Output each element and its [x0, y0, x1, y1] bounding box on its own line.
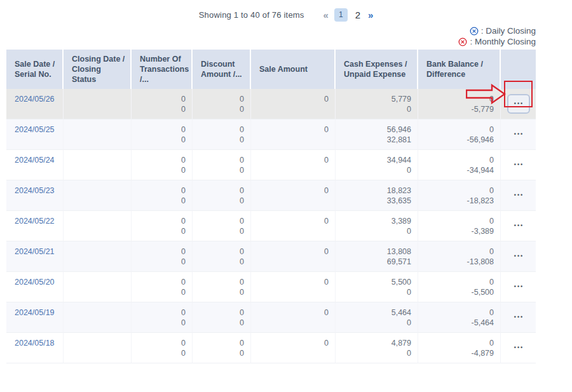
discount-cell: 0 0 [193, 241, 251, 272]
discount-cell: 0 0 [193, 119, 251, 150]
closing-report-page: Showing 1 to 40 of 76 items « 1 2 » : Da… [0, 0, 572, 392]
row-actions-ellipsis-button[interactable]: ••• [507, 94, 530, 114]
row-actions-ellipsis-button[interactable]: ••• [512, 281, 525, 292]
sale-date-link[interactable]: 2024/05/23 [15, 186, 55, 195]
row-actions-ellipsis-button[interactable]: ••• [512, 312, 525, 323]
actions-cell: ••• [501, 211, 536, 241]
actions-cell: ••• [501, 241, 536, 272]
legend-daily-label: : Daily Closing [481, 26, 536, 36]
sale-amount-cell: 0 [251, 119, 336, 150]
table-row[interactable]: 2024/05/18 0 0 0 0 0 4,879 0 0 -4,879 [6, 333, 536, 363]
sale-date-link[interactable]: 2024/05/25 [15, 125, 55, 134]
table-row[interactable]: 2024/05/26 0 0 0 0 0 5,779 0 0 -5,779 [6, 89, 536, 119]
table-row[interactable]: 2024/05/19 0 0 0 0 0 5,464 0 0 -5,464 [6, 302, 536, 333]
col-sale-amount: Sale Amount [251, 50, 336, 89]
sale-amount-cell: 0 [251, 89, 336, 119]
pagination-bar: Showing 1 to 40 of 76 items « 1 2 » [0, 6, 572, 23]
actions-cell: ••• [501, 333, 536, 363]
sale-date-link[interactable]: 2024/05/22 [15, 217, 55, 226]
sale-amount-cell: 0 [251, 211, 336, 241]
row-actions-ellipsis-button[interactable]: ••• [512, 342, 525, 353]
discount-cell: 0 0 [193, 272, 251, 302]
sale-date-link[interactable]: 2024/05/20 [15, 278, 55, 287]
sale-date-cell: 2024/05/23 [6, 180, 64, 211]
sale-date-link[interactable]: 2024/05/24 [15, 156, 55, 165]
closing-date-cell [64, 333, 132, 363]
cash-expenses-cell: 3,389 0 [336, 211, 418, 241]
legend-monthly-label: : Monthly Closing [470, 37, 536, 46]
actions-cell: ••• [501, 302, 536, 333]
sale-amount-cell: 0 [251, 272, 336, 302]
table-row[interactable]: 2024/05/24 0 0 0 0 0 34,944 0 0 -34,944 [6, 150, 536, 180]
sale-date-link[interactable]: 2024/05/18 [15, 339, 55, 348]
sale-date-link[interactable]: 2024/05/26 [15, 95, 55, 104]
table-row[interactable]: 2024/05/21 0 0 0 0 0 13,808 69,571 0 -13… [6, 241, 536, 272]
cash-expenses-cell: 5,779 0 [336, 89, 418, 119]
sale-date-cell: 2024/05/18 [6, 333, 64, 363]
closing-table: Sale Date / Serial No. Closing Date / Cl… [6, 50, 536, 363]
cash-expenses-cell: 34,944 0 [336, 150, 418, 180]
row-actions-ellipsis-button[interactable]: ••• [512, 220, 525, 231]
pager: « 1 2 » [323, 8, 374, 22]
closing-legend: : Daily Closing : Monthly Closing [458, 26, 536, 46]
sale-amount-cell: 0 [251, 150, 336, 180]
sale-date-link[interactable]: 2024/05/21 [15, 247, 55, 256]
closing-date-cell [64, 241, 132, 272]
bank-balance-cell: 0 -56,946 [418, 119, 501, 150]
sale-date-cell: 2024/05/26 [6, 89, 64, 119]
monthly-closing-circled-x-icon [458, 37, 467, 46]
bank-balance-cell: 0 -18,823 [418, 180, 501, 211]
sale-amount-cell: 0 [251, 180, 336, 211]
col-transactions: Number Of Transactions /... [132, 50, 193, 89]
table-header: Sale Date / Serial No. Closing Date / Cl… [6, 50, 536, 89]
cash-expenses-cell: 5,500 0 [336, 272, 418, 302]
transactions-cell: 0 0 [132, 272, 193, 302]
closing-date-cell [64, 211, 132, 241]
discount-cell: 0 0 [193, 333, 251, 363]
cash-expenses-cell: 5,464 0 [336, 302, 418, 333]
bank-balance-cell: 0 -13,808 [418, 241, 501, 272]
page-button-1[interactable]: 1 [334, 8, 348, 22]
cash-expenses-cell: 4,879 0 [336, 333, 418, 363]
cash-expenses-cell: 18,823 33,635 [336, 180, 418, 211]
table-body: 2024/05/26 0 0 0 0 0 5,779 0 0 -5,779 [6, 89, 536, 363]
actions-cell: ••• [501, 89, 536, 119]
sale-date-cell: 2024/05/19 [6, 302, 64, 333]
transactions-cell: 0 0 [132, 180, 193, 211]
cash-expenses-cell: 13,808 69,571 [336, 241, 418, 272]
row-actions-ellipsis-button[interactable]: ••• [512, 159, 525, 170]
closing-date-cell [64, 119, 132, 150]
transactions-cell: 0 0 [132, 241, 193, 272]
sale-date-cell: 2024/05/21 [6, 241, 64, 272]
table-row[interactable]: 2024/05/23 0 0 0 0 0 18,823 33,635 0 -18… [6, 180, 536, 211]
closing-date-cell [64, 150, 132, 180]
col-closing-date: Closing Date / Closing Status [64, 50, 132, 89]
sale-date-cell: 2024/05/24 [6, 150, 64, 180]
col-sale-date: Sale Date / Serial No. [6, 50, 64, 89]
discount-cell: 0 0 [193, 180, 251, 211]
col-cash-expenses: Cash Expenses / Unpaid Expense [336, 50, 418, 89]
page-button-2[interactable]: 2 [353, 8, 362, 22]
sale-amount-cell: 0 [251, 333, 336, 363]
table-row[interactable]: 2024/05/22 0 0 0 0 0 3,389 0 0 -3,389 [6, 211, 536, 241]
transactions-cell: 0 0 [132, 302, 193, 333]
table-row[interactable]: 2024/05/25 0 0 0 0 0 56,946 32,881 0 -56… [6, 119, 536, 150]
sale-date-link[interactable]: 2024/05/19 [15, 308, 55, 317]
closing-date-cell [64, 272, 132, 302]
actions-cell: ••• [501, 180, 536, 211]
bank-balance-cell: 0 -5,779 [418, 89, 501, 119]
row-actions-ellipsis-button[interactable]: ••• [512, 190, 525, 201]
row-actions-ellipsis-button[interactable]: ••• [512, 129, 525, 140]
col-bank-balance: Bank Balance / Difference [418, 50, 501, 89]
cash-expenses-cell: 56,946 32,881 [336, 119, 418, 150]
bank-balance-cell: 0 -5,500 [418, 272, 501, 302]
sale-amount-cell: 0 [251, 241, 336, 272]
table-row[interactable]: 2024/05/20 0 0 0 0 0 5,500 0 0 -5,500 [6, 272, 536, 302]
bank-balance-cell: 0 -3,389 [418, 211, 501, 241]
prev-page-button[interactable]: « [323, 10, 329, 20]
next-page-button[interactable]: » [368, 10, 373, 20]
pagination-summary: Showing 1 to 40 of 76 items [199, 10, 304, 20]
bank-balance-cell: 0 -4,879 [418, 333, 501, 363]
transactions-cell: 0 0 [132, 333, 193, 363]
row-actions-ellipsis-button[interactable]: ••• [512, 251, 525, 262]
